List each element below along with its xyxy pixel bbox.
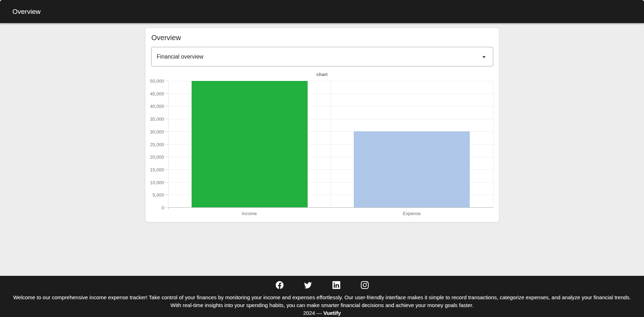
facebook-link[interactable] (275, 281, 284, 289)
y-tick-label: 10,000 (150, 180, 164, 185)
twitter-icon (304, 281, 312, 289)
y-tick-mark (165, 119, 167, 119)
y-tick-mark (165, 131, 167, 132)
x-axis-label-income: Income (168, 211, 331, 216)
instagram-link[interactable] (360, 281, 369, 289)
y-tick-label: 45,000 (150, 91, 164, 96)
chart-plot-column: IncomeExpense (168, 81, 493, 216)
footer-description: Welcome to our comprehensive income expe… (13, 294, 631, 309)
y-tick-mark (165, 144, 167, 144)
y-tick-label: 0 (161, 205, 164, 211)
y-tick-mark (165, 182, 167, 182)
bar-expense[interactable] (354, 131, 470, 207)
app-bar: Overview (0, 0, 644, 23)
facebook-icon (276, 281, 284, 289)
bar-chart: chart 05,00010,00015,00020,00025,00030,0… (151, 71, 493, 216)
y-tick-label: 5,000 (153, 192, 164, 198)
overview-card: Overview Financial overview chart 05,000… (145, 28, 499, 222)
y-tick-label: 35,000 (150, 116, 164, 122)
y-tick-mark (165, 157, 167, 157)
y-tick-label: 25,000 (150, 142, 164, 147)
y-tick-mark (165, 169, 167, 170)
menu-down-icon (482, 56, 486, 58)
main-content: Overview Financial overview chart 05,000… (0, 23, 644, 276)
chart-title: chart (151, 71, 493, 78)
brand-name: Vuetify (323, 310, 341, 316)
y-tick-mark (165, 195, 167, 195)
y-tick-label: 30,000 (150, 129, 164, 134)
footer: Welcome to our comprehensive income expe… (0, 276, 644, 317)
instagram-icon (361, 281, 369, 289)
y-tick-label: 15,000 (150, 167, 164, 172)
twitter-link[interactable] (304, 281, 312, 289)
bar-income[interactable] (192, 81, 308, 207)
linkedin-link[interactable] (332, 281, 341, 289)
y-tick-label: 20,000 (150, 154, 164, 160)
linkedin-icon (332, 281, 340, 289)
bars-layer (169, 81, 493, 207)
chart-body: 05,00010,00015,00020,00025,00030,00035,0… (151, 81, 493, 216)
y-tick-mark (165, 106, 167, 106)
y-tick-label: 50,000 (150, 78, 164, 84)
select-value: Financial overview (157, 54, 204, 60)
chart-x-labels: IncomeExpense (168, 208, 493, 216)
y-tick-mark (165, 93, 167, 94)
y-tick-label: 40,000 (150, 104, 164, 109)
app-bar-title: Overview (12, 8, 40, 16)
chart-y-axis: 05,00010,00015,00020,00025,00030,00035,0… (151, 81, 168, 208)
copyright-year: 2024 — (303, 310, 323, 316)
y-tick-mark (165, 81, 167, 81)
bar-cell-expense (331, 81, 493, 207)
chart-plot (168, 81, 493, 208)
social-links-row (13, 278, 631, 292)
financial-overview-select[interactable]: Financial overview (151, 47, 493, 66)
bar-cell-income (169, 81, 331, 207)
footer-copyright: 2024 — Vuetify (13, 309, 631, 317)
y-tick-mark (165, 207, 167, 208)
x-axis-label-expense: Expense (331, 211, 493, 216)
card-title: Overview (151, 33, 493, 47)
vertical-gridline (493, 81, 494, 207)
